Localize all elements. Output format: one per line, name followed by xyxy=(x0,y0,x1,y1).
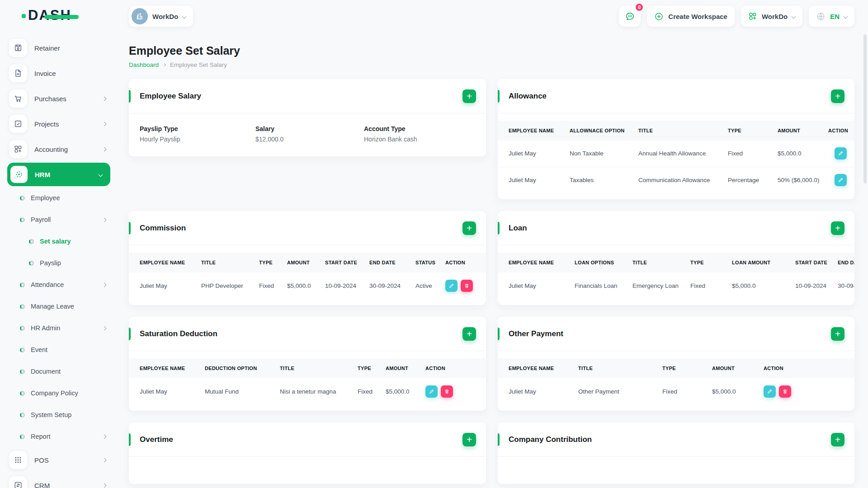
delete-button[interactable] xyxy=(779,385,791,398)
card-header: Allowance + xyxy=(498,79,854,113)
column-header: START DATE xyxy=(791,253,833,272)
chevron-down-icon xyxy=(792,14,796,19)
allowance-card: Allowance + EMPLOYEE NAME ALLOWNACE OPTI… xyxy=(498,79,854,199)
sidebar-item-payroll[interactable]: Payroll xyxy=(7,209,118,230)
sidebar-item-employee[interactable]: Employee xyxy=(7,187,118,209)
field-salary: Salary $12,000.0 xyxy=(255,125,364,143)
breadcrumb: Dashboard Employee Set Salary xyxy=(129,61,854,68)
sidebar-item-payslip[interactable]: Payslip xyxy=(7,252,118,274)
card-title: Other Payment xyxy=(509,329,563,338)
table-row: Juliet May PHP Developer Fixed $5,000.0 … xyxy=(129,272,486,299)
workspace-switcher[interactable]: WorkDo xyxy=(129,6,193,27)
chevron-right-icon xyxy=(102,326,107,330)
sidebar-item-hrm[interactable]: HRM xyxy=(7,163,110,186)
loan-table: EMPLOYEE NAME LOAN OPTIONS TITLE TYPE LO… xyxy=(498,253,854,299)
column-header: EMPLOYEE NAME xyxy=(498,121,565,141)
sidebar-item-pos[interactable]: POS xyxy=(7,447,118,473)
add-overtime-button[interactable]: + xyxy=(462,433,476,446)
field-value: Hourly Payslip xyxy=(140,136,255,143)
chat-icon xyxy=(625,11,635,22)
sidebar-item-attendance[interactable]: Attendance xyxy=(7,274,118,296)
dots-grid-icon xyxy=(9,451,27,469)
column-header: AMOUNT xyxy=(381,358,421,378)
sidebar-item-system-setup[interactable]: System Setup xyxy=(7,404,118,426)
edit-button[interactable] xyxy=(835,147,847,160)
sidebar-item-projects[interactable]: Projects xyxy=(7,111,118,136)
vertical-scrollbar[interactable] xyxy=(863,34,867,183)
table-cell: $5,000.0 xyxy=(381,378,421,404)
add-company-contribution-button[interactable]: + xyxy=(831,433,844,446)
sidebar-item-event[interactable]: Event xyxy=(7,339,118,361)
sidebar-item-report[interactable]: Report xyxy=(7,426,118,447)
sidebar-item-accounting[interactable]: Accounting xyxy=(7,136,118,162)
allowance-table-scroll[interactable]: EMPLOYEE NAME ALLOWNACE OPTION TITLE TYP… xyxy=(498,113,854,199)
table-cell: Mutual Fund xyxy=(200,378,275,404)
bullet-icon xyxy=(20,217,25,222)
table-cell: $5,000.0 xyxy=(708,378,759,404)
plus-circle-icon xyxy=(654,12,664,21)
sidebar-item-company-policy[interactable]: Company Policy xyxy=(7,382,118,404)
table-cell: $5,000.0 xyxy=(773,141,824,167)
commission-table: EMPLOYEE NAME TITLE TYPE AMOUNT START DA… xyxy=(129,253,486,299)
delete-button[interactable] xyxy=(461,280,473,292)
chevron-right-icon xyxy=(102,282,107,287)
app-switcher-dropdown[interactable]: WorkDo xyxy=(741,6,802,27)
table-cell: Percentage xyxy=(723,167,773,193)
edit-button[interactable] xyxy=(835,174,847,186)
edit-button[interactable] xyxy=(764,385,776,398)
column-header: TYPE xyxy=(686,253,727,272)
sidebar-item-document[interactable]: Document xyxy=(7,361,118,382)
add-saturation-deduction-button[interactable]: + xyxy=(462,327,476,341)
add-loan-button[interactable]: + xyxy=(831,221,844,235)
brand-logo[interactable]: DASH xyxy=(28,7,71,23)
chat-badge: 0 xyxy=(635,3,644,12)
sidebar-item-invoice[interactable]: Invoice xyxy=(7,61,118,86)
check-square-icon xyxy=(9,115,27,133)
create-workspace-button[interactable]: Create Workspace xyxy=(647,6,735,27)
table-cell: Fixed xyxy=(658,378,708,404)
edit-button[interactable] xyxy=(445,280,458,292)
add-allowance-button[interactable]: + xyxy=(831,89,844,103)
card-header: Overtime + xyxy=(129,422,486,457)
other-payment-card: Other Payment + EMPLOYEE NAME TITLE TYPE… xyxy=(498,317,854,411)
column-header: END DATE xyxy=(833,253,854,272)
sidebar-item-retainer[interactable]: Retainer xyxy=(7,35,118,61)
add-other-payment-button[interactable]: + xyxy=(831,327,844,341)
field-payslip-type: Payslip Type Hourly Payslip xyxy=(140,125,255,143)
table-cell: Emergency Loan xyxy=(628,272,686,299)
sidebar-item-crm[interactable]: CRM xyxy=(7,473,118,488)
sidebar-item-manage-leave[interactable]: Manage Leave xyxy=(7,296,118,317)
edit-button[interactable] xyxy=(425,385,438,398)
card-header: Company Contribution + xyxy=(498,422,854,457)
page-title: Employee Set Salary xyxy=(129,44,854,57)
sidebar-item-label: Employee xyxy=(31,194,60,202)
trash-icon xyxy=(782,389,788,394)
table-row: Juliet May Taxables Communication Allowa… xyxy=(498,167,854,193)
messenger-button[interactable]: 0 xyxy=(619,6,641,27)
sidebar-item-set-salary[interactable]: Set salary xyxy=(7,230,118,252)
add-employee-salary-button[interactable]: + xyxy=(462,89,476,103)
floppy-icon xyxy=(9,39,27,57)
table-cell: 10-09-2024 xyxy=(791,272,833,299)
grid-plus-icon xyxy=(748,12,757,21)
loan-table-scroll[interactable]: EMPLOYEE NAME LOAN OPTIONS TITLE TYPE LO… xyxy=(498,245,854,305)
sidebar-item-hr-admin[interactable]: HR Admin xyxy=(7,317,118,339)
delete-button[interactable] xyxy=(441,385,453,398)
card-header: Saturation Deduction + xyxy=(129,317,486,351)
sidebar-item-label: HR Admin xyxy=(31,324,60,332)
language-dropdown[interactable]: EN xyxy=(809,6,854,27)
pencil-icon xyxy=(838,177,844,183)
breadcrumb-dashboard-link[interactable]: Dashboard xyxy=(129,61,159,68)
hrm-hub-icon xyxy=(10,166,28,183)
column-header: ACTION xyxy=(421,358,486,378)
table-row: Juliet May Non Taxable Annual Health All… xyxy=(498,141,854,167)
column-header: EMPLOYEE NAME xyxy=(498,358,574,378)
table-row: Juliet May Financials Loan Emergency Loa… xyxy=(498,272,854,299)
card-title: Loan xyxy=(509,224,527,233)
column-header: AMOUNT xyxy=(708,358,759,378)
add-commission-button[interactable]: + xyxy=(462,221,476,235)
sidebar-item-purchases[interactable]: Purchases xyxy=(7,86,118,111)
bullet-icon xyxy=(20,347,25,352)
chevron-right-icon xyxy=(163,63,166,66)
field-value: Horizon Bank cash xyxy=(364,136,475,143)
